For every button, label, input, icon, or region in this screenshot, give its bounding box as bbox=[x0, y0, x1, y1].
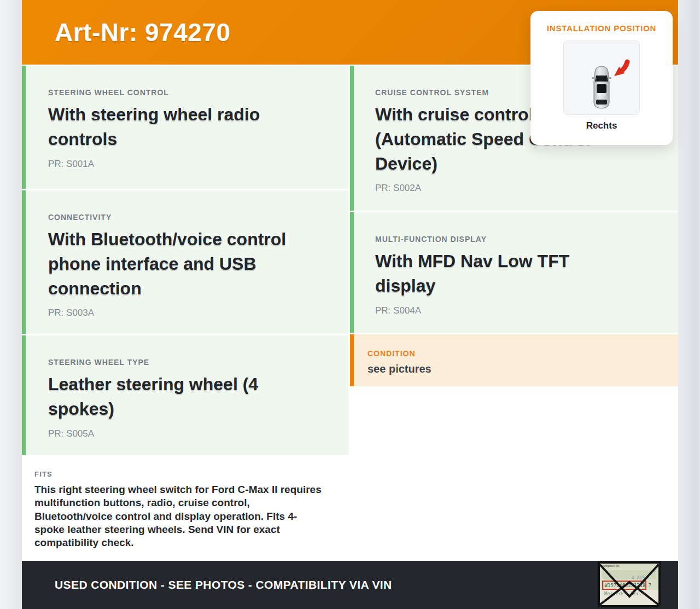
spec-label: CONNECTIVITY bbox=[48, 213, 333, 222]
spec-pr-code: PR: S002A bbox=[375, 183, 663, 194]
spec-label: STEERING WHEEL CONTROL bbox=[48, 88, 333, 97]
spec-pr-code: PR: S001A bbox=[48, 159, 333, 170]
spec-value: With MFD Nav Low TFT display bbox=[375, 249, 610, 298]
spec-value: With steering wheel radio controls bbox=[48, 102, 293, 152]
spec-value: Leather steering wheel (4 spokes) bbox=[48, 372, 293, 421]
spec-label: STEERING WHEEL TYPE bbox=[48, 358, 333, 367]
spec-card-steering-wheel-type: STEERING WHEEL TYPE Leather steering whe… bbox=[22, 335, 348, 455]
fits-section: FITS This right steering wheel switch fo… bbox=[22, 457, 348, 559]
fits-description: This right steering wheel switch for For… bbox=[34, 483, 327, 550]
installation-position-card: INSTALLATION POSITION bbox=[530, 11, 673, 145]
spec-card-multi-function-display: MULTI-FUNCTION DISPLAY With MFD Nav Low … bbox=[350, 212, 678, 333]
footer-banner: USED CONDITION - SEE PHOTOS - COMPATIBIL… bbox=[22, 561, 678, 609]
vin-document-envelope-icon: Fahrgestell-Nr. 4 AiS W1571463J31248 7 M… bbox=[598, 561, 661, 607]
doc-vin-suffix: 7 bbox=[649, 583, 651, 588]
footer-banner-text: USED CONDITION - SEE PHOTOS - COMPATIBIL… bbox=[55, 578, 392, 591]
listing-card: Art-Nr: 974270 STEERING WHEEL CONTROL Wi… bbox=[22, 0, 678, 609]
article-number-title: Art-Nr: 974270 bbox=[55, 18, 230, 47]
spec-value: With Bluetooth/voice control phone inter… bbox=[48, 227, 293, 300]
fits-label: FITS bbox=[34, 470, 335, 478]
spec-pr-code: PR: S005A bbox=[48, 428, 333, 439]
car-top-view-icon bbox=[564, 41, 639, 114]
right-margin bbox=[678, 0, 700, 609]
spec-pr-code: PR: S003A bbox=[48, 308, 333, 318]
position-arrow-icon bbox=[614, 62, 627, 76]
left-margin bbox=[0, 0, 22, 609]
installation-position-title: INSTALLATION POSITION bbox=[530, 24, 673, 33]
page-canvas: Art-Nr: 974270 STEERING WHEEL CONTROL Wi… bbox=[0, 0, 700, 609]
condition-value: see pictures bbox=[368, 363, 667, 375]
installation-position-value: Rechts bbox=[530, 120, 673, 131]
car-image-box bbox=[563, 40, 640, 115]
doc-label-text: Fahrgestell-Nr. bbox=[602, 564, 620, 567]
left-column: STEERING WHEEL CONTROL With steering whe… bbox=[22, 66, 348, 559]
spec-card-connectivity: CONNECTIVITY With Bluetooth/voice contro… bbox=[22, 190, 348, 334]
spec-pr-code: PR: S004A bbox=[375, 305, 663, 316]
doc-mark-text: 4 AiS bbox=[632, 576, 645, 581]
spec-label: MULTI-FUNCTION DISPLAY bbox=[375, 235, 663, 243]
condition-card: CONDITION see pictures bbox=[350, 334, 678, 386]
spec-card-steering-wheel-control: STEERING WHEEL CONTROL With steering whe… bbox=[22, 66, 348, 189]
condition-label: CONDITION bbox=[368, 349, 667, 358]
